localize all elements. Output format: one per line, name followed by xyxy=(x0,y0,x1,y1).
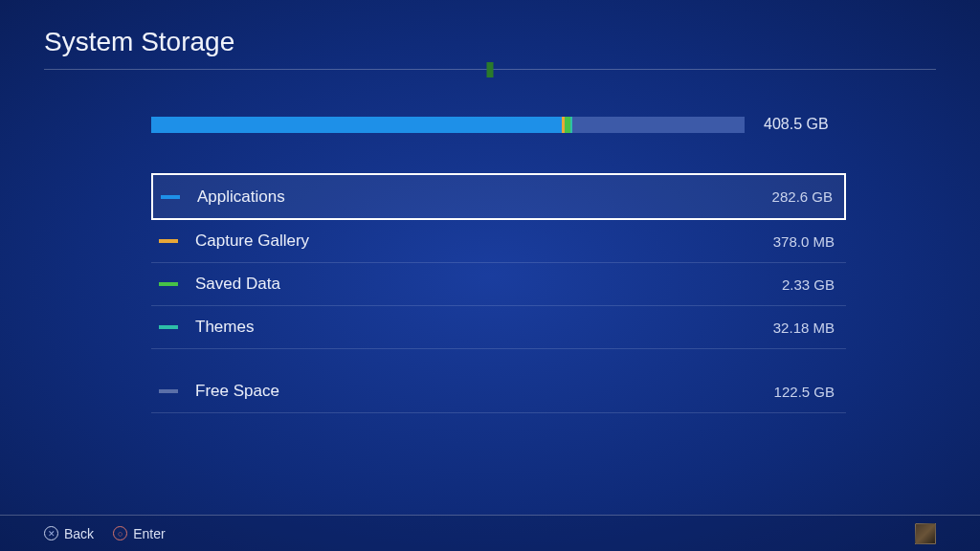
bar-segment-applications xyxy=(151,117,562,133)
category-size: 282.6 GB xyxy=(772,188,833,205)
category-color-indicator xyxy=(159,239,178,243)
category-color-indicator xyxy=(159,389,178,393)
header-marker xyxy=(487,62,494,77)
profile-avatar[interactable] xyxy=(915,523,936,544)
storage-category-free-space[interactable]: Free Space122.5 GB xyxy=(151,370,846,413)
category-label: Themes xyxy=(195,318,773,337)
category-label: Free Space xyxy=(195,382,774,401)
header-divider xyxy=(44,69,936,70)
category-label: Applications xyxy=(197,187,772,207)
cross-icon: ✕ xyxy=(44,526,58,540)
category-size: 122.5 GB xyxy=(774,384,835,400)
storage-bar xyxy=(151,117,745,133)
storage-category-capture-gallery[interactable]: Capture Gallery378.0 MB xyxy=(151,220,846,263)
back-label: Back xyxy=(64,526,94,541)
storage-category-list: Applications282.6 GBCapture Gallery378.0… xyxy=(151,173,846,413)
footer-bar: ✕ Back ○ Enter xyxy=(0,515,980,551)
total-storage-label: 408.5 GB xyxy=(764,116,829,133)
bar-segment-free-space xyxy=(572,117,745,133)
category-size: 378.0 MB xyxy=(773,233,835,250)
category-color-indicator xyxy=(159,325,178,329)
category-size: 2.33 GB xyxy=(782,276,835,293)
storage-category-themes[interactable]: Themes32.18 MB xyxy=(151,306,846,349)
enter-button[interactable]: ○ Enter xyxy=(113,526,165,541)
storage-category-saved-data[interactable]: Saved Data2.33 GB xyxy=(151,263,846,306)
page-title: System Storage xyxy=(44,27,936,57)
category-color-indicator xyxy=(159,282,178,286)
category-label: Saved Data xyxy=(195,275,782,294)
storage-category-applications[interactable]: Applications282.6 GB xyxy=(151,173,846,220)
circle-icon: ○ xyxy=(113,526,127,540)
enter-label: Enter xyxy=(133,526,165,541)
category-size: 32.18 MB xyxy=(773,320,835,336)
category-color-indicator xyxy=(161,195,180,199)
back-button[interactable]: ✕ Back xyxy=(44,526,94,541)
storage-overview: 408.5 GB xyxy=(151,116,869,133)
category-label: Capture Gallery xyxy=(195,231,773,251)
